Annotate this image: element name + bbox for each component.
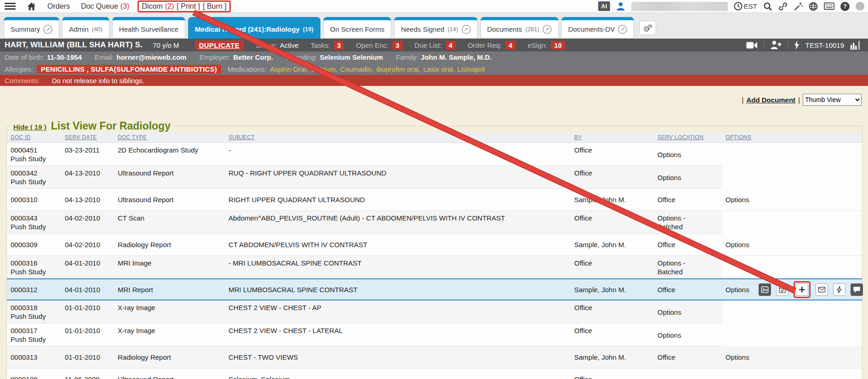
tab-on-screen-forms[interactable]: On Screen Forms — [323, 17, 391, 39]
user-icon[interactable] — [616, 2, 625, 11]
options-link[interactable]: Options — [657, 308, 681, 317]
medication-link[interactable]: Lisinopril — [457, 65, 485, 73]
doc-id[interactable]: 0000451 — [11, 146, 57, 154]
nav-dicom-print[interactable]: [ Print ] — [177, 2, 200, 11]
document-row[interactable]: 0000343Push Study 04-02-2010 CT Scan Abd… — [7, 211, 862, 234]
doc-id[interactable]: 0000318 — [11, 303, 57, 312]
email-button[interactable] — [816, 283, 828, 296]
doc-id[interactable]: 0000312 — [11, 285, 57, 294]
document-row[interactable]: 0000309 04-02-2010 Radiology Report CT A… — [7, 234, 862, 256]
options-link[interactable]: Options — [657, 173, 681, 182]
document-row[interactable]: 0000342Push Study 04-13-2010 Ultrasound … — [7, 166, 862, 189]
help-icon[interactable]: ? — [840, 2, 850, 11]
order-req-count-badge[interactable]: 4 — [505, 41, 515, 50]
video-camera-icon[interactable] — [746, 41, 758, 49]
medication-link[interactable]: Coumadin, — [340, 65, 374, 73]
globe-icon[interactable] — [809, 2, 818, 11]
tab-needs-signed[interactable]: Needs Signed(14)↗ — [394, 17, 477, 39]
medication-link[interactable]: Aspirin Oral, — [270, 65, 308, 73]
add-person-icon[interactable] — [770, 40, 782, 50]
comment-button[interactable] — [851, 283, 863, 296]
due-list-count-badge[interactable]: 4 — [445, 41, 456, 50]
document-row[interactable]: 0000313 01-01-2010 Radiology Report CHES… — [7, 346, 862, 368]
nav-dicom[interactable]: Dicom(2) — [142, 2, 174, 11]
hide-list-link[interactable]: Hide ( 19 ) — [13, 123, 46, 131]
duplicate-badge[interactable]: DUPLICATE — [195, 40, 244, 50]
document-row[interactable]: 0000312 04-01-2010 MRI Report MRI LUMBOS… — [7, 279, 862, 300]
doc-id[interactable]: 0000317 — [11, 326, 57, 335]
col-header-by[interactable]: BY — [571, 132, 654, 143]
options-link[interactable]: Options — [725, 240, 749, 249]
nav-orders[interactable]: Orders — [47, 2, 70, 11]
email-value[interactable]: horner@mieweb.com — [116, 53, 186, 61]
document-row[interactable]: 0000317Push Study 01-01-2010 X-ray Image… — [7, 323, 862, 346]
tab-health-surveillance[interactable]: Health Surveillance — [112, 17, 185, 39]
push-study-link[interactable]: Push Study — [11, 222, 57, 231]
options-link[interactable]: Options - Batched — [657, 259, 709, 276]
doc-id[interactable]: 0000313 — [11, 353, 57, 362]
tab-summary[interactable]: Summary↗ — [4, 17, 59, 39]
external-link-icon[interactable]: ↗ — [542, 25, 552, 34]
external-link-icon[interactable]: ↗ — [618, 25, 627, 34]
lightning-button[interactable] — [833, 283, 845, 296]
col-header-serv-date[interactable]: SERV DATE — [61, 132, 114, 143]
view-mode-select[interactable]: Thumb View — [803, 94, 862, 106]
menu-icon[interactable] — [5, 3, 16, 10]
add-document-button[interactable] — [796, 283, 808, 296]
chart-stats-icon[interactable] — [850, 41, 860, 50]
document-row[interactable]: 0000318Push Study 01-01-2010 X-ray Image… — [7, 300, 862, 323]
doc-id[interactable]: 0000343 — [11, 214, 57, 222]
doc-id[interactable]: 0000342 — [11, 169, 57, 177]
options-link[interactable]: Options — [657, 331, 681, 339]
push-study-link[interactable]: Push Study — [11, 267, 57, 276]
add-document-link[interactable]: Add Document — [746, 96, 795, 104]
options-link[interactable]: Options — [725, 195, 749, 204]
tab-medical-record-radiology[interactable]: Medical Record (241):Radiology(19) — [188, 17, 320, 39]
doc-id[interactable]: 0000316 — [11, 259, 57, 267]
wand-icon[interactable] — [794, 2, 803, 11]
calendar-check-button[interactable] — [776, 283, 788, 296]
tab-settings-gear[interactable] — [640, 21, 656, 35]
doc-id[interactable]: 0000309 — [11, 240, 57, 249]
external-link-icon[interactable]: ↗ — [43, 25, 52, 34]
document-row[interactable]: 0000451Push Study 03-23-2011 2D Echocard… — [7, 143, 862, 166]
ai-badge[interactable]: AI — [598, 1, 610, 11]
keyboard-icon[interactable] — [824, 2, 834, 10]
search-icon[interactable] — [763, 2, 772, 11]
tab-documents[interactable]: Documents(281)↗ — [480, 17, 559, 39]
nav-doc-queue[interactable]: Doc Queue(3) — [81, 2, 130, 11]
open-enc-count-badge[interactable]: 3 — [392, 41, 402, 50]
clock-icon[interactable] — [734, 2, 742, 11]
link-icon[interactable] — [778, 2, 788, 11]
document-row[interactable]: 0000310 04-13-2010 Ultrasound Report RIG… — [7, 189, 862, 211]
tab-admin[interactable]: Admin(40) — [62, 17, 109, 39]
col-header-serv-location[interactable]: SERV LOCATION — [654, 132, 722, 143]
col-header-doc-type[interactable]: DOC TYPE — [114, 132, 225, 143]
doc-id[interactable]: 0000100 — [11, 375, 57, 379]
tab-documents-dv[interactable]: Documents-DV↗ — [561, 17, 634, 39]
col-header-doc-id[interactable]: DOC ID — [7, 132, 61, 143]
image-viewer-button[interactable] — [759, 283, 771, 296]
push-study-link[interactable]: Push Study — [11, 177, 57, 186]
document-row[interactable]: 0000100 11-06-2009 Ultrasound Report Sel… — [7, 368, 862, 379]
tasks-count-badge[interactable]: 3 — [334, 41, 344, 50]
doc-id[interactable]: 0000310 — [11, 195, 57, 204]
col-header-subject[interactable]: SUBJECT — [225, 132, 571, 143]
medication-link[interactable]: ibuprofen oral, — [377, 65, 421, 73]
nav-dicom-burn[interactable]: [ Burn ] — [203, 2, 227, 11]
medication-link[interactable]: Lasix oral, — [423, 65, 455, 73]
allergies-value[interactable]: PENICILLINS , SULFA(SULFONAMIDE ANTIBIOT… — [37, 65, 221, 74]
options-link[interactable]: Options — [725, 353, 749, 362]
quick-action-bolt-icon[interactable] — [794, 40, 799, 50]
push-study-link[interactable]: Push Study — [11, 335, 57, 344]
push-study-link[interactable]: Push Study — [11, 154, 57, 163]
options-link[interactable]: Options - Batched — [657, 214, 709, 231]
col-header-options[interactable]: OPTIONS — [722, 132, 862, 143]
push-study-link[interactable]: Push Study — [11, 312, 57, 321]
home-icon[interactable] — [27, 2, 36, 11]
external-link-icon[interactable]: ↗ — [462, 25, 471, 34]
esign-count-badge[interactable]: 10 — [551, 41, 565, 50]
medication-link[interactable]: Calcium, — [311, 65, 337, 73]
options-link[interactable]: Options — [657, 150, 681, 159]
document-row[interactable]: 0000316Push Study 04-01-2010 MRI Image -… — [7, 256, 862, 279]
